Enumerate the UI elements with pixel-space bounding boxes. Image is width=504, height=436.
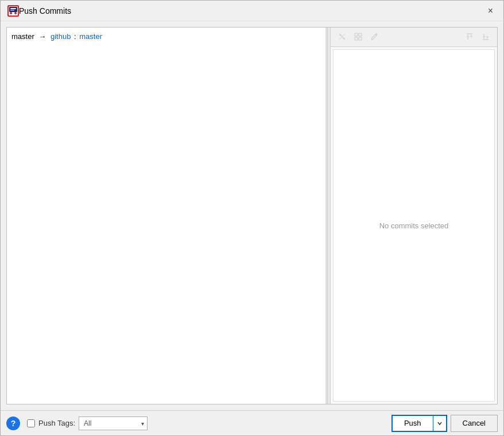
- cancel-button[interactable]: Cancel: [451, 415, 498, 432]
- push-tags-area: Push Tags: All None Ask ▾: [27, 416, 148, 430]
- branch-separator: :: [74, 32, 76, 41]
- align-top-button[interactable]: [463, 31, 476, 44]
- edit-icon: [370, 33, 378, 41]
- svg-rect-14: [359, 37, 362, 40]
- right-toolbar: [331, 28, 497, 47]
- svg-rect-2: [9, 7, 17, 12]
- title-bar: Push Commits ×: [1, 1, 503, 21]
- app-icon: [7, 5, 19, 17]
- dialog-title: Push Commits: [19, 6, 484, 15]
- branch-info: master → github : master: [11, 32, 321, 41]
- grid-button[interactable]: [351, 31, 365, 44]
- close-button[interactable]: ×: [484, 5, 497, 17]
- svg-point-10: [343, 37, 345, 39]
- action-buttons: Push Cancel: [391, 415, 498, 432]
- push-tags-checkbox[interactable]: [27, 419, 35, 427]
- remote-name[interactable]: github: [51, 32, 71, 41]
- tags-dropdown-wrapper: All None Ask ▾: [79, 416, 148, 430]
- help-button[interactable]: ?: [6, 416, 20, 430]
- commit-detail-panel: No commits selected: [331, 28, 497, 404]
- svg-rect-6: [10, 10, 14, 11]
- main-content: master → github : master: [1, 21, 503, 410]
- remote-branch[interactable]: master: [79, 32, 102, 41]
- align-bottom-icon: [482, 33, 490, 41]
- bottom-bar: ? Push Tags: All None Ask ▾ Push: [1, 410, 503, 435]
- svg-rect-13: [355, 37, 358, 40]
- pin-button[interactable]: [335, 31, 349, 44]
- grid-icon: [354, 33, 362, 41]
- pin-icon: [338, 33, 346, 41]
- svg-point-4: [14, 12, 17, 14]
- align-top-icon: [466, 33, 474, 41]
- svg-point-3: [10, 12, 12, 14]
- tags-dropdown[interactable]: All None Ask: [79, 416, 148, 430]
- no-commits-label: No commits selected: [379, 221, 449, 230]
- branch-arrow: →: [38, 32, 46, 41]
- commit-list-panel: master → github : master: [7, 28, 327, 404]
- commit-detail-content: No commits selected: [333, 49, 495, 402]
- split-pane: master → github : master: [6, 27, 498, 404]
- svg-rect-12: [359, 33, 362, 36]
- push-tags-checkbox-container: Push Tags:: [27, 419, 75, 427]
- push-button[interactable]: Push: [391, 415, 433, 432]
- svg-rect-5: [10, 8, 16, 9]
- align-bottom-button[interactable]: [479, 31, 493, 44]
- svg-point-9: [340, 34, 342, 36]
- svg-rect-11: [355, 33, 358, 36]
- push-tags-label: Push Tags:: [38, 419, 75, 427]
- push-dropdown-button[interactable]: [433, 415, 447, 432]
- local-branch: master: [11, 32, 34, 41]
- chevron-down-icon: [437, 421, 443, 426]
- push-commits-dialog: Push Commits × master → github : master: [0, 0, 504, 436]
- edit-button[interactable]: [367, 31, 381, 44]
